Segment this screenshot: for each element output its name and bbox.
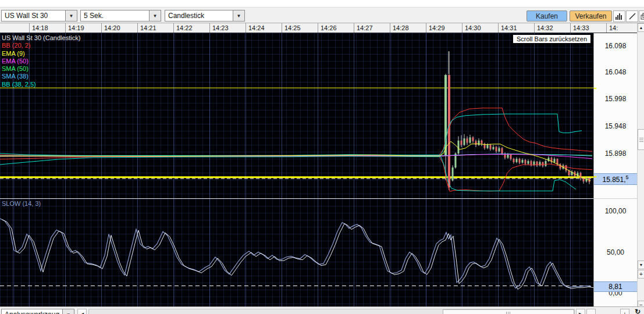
chart-legend: US Wall St 30 (Candlestick)BB (20, 2)EMA… [2,34,80,88]
horizontal-scroll-thumb[interactable] [443,309,574,314]
scroll-left-button[interactable]: ◀ [77,309,87,314]
time-tick: 14:20 [101,23,137,33]
axis-tick-label: 15.898 [594,149,637,158]
time-tick: 14:31 [498,23,534,33]
thumb-grip [639,140,643,140]
stochastic-panel[interactable]: SLOW (14, 3) [0,198,593,306]
stochastic-axis[interactable]: 100,0050,000,008,81 [593,198,637,306]
reset-scrollbars-tooltip: Scroll Bars zurücksetzen [513,34,591,44]
price-axis[interactable]: 16.09816.04815.99815.94815.89815.851,5 [593,33,637,198]
candlestick-chart [0,33,593,198]
thumb-grip [508,312,508,314]
time-tick: 14:26 [318,23,354,33]
legend-item: SMA (38) [2,73,80,80]
scroll-up-button[interactable]: ▲ [638,23,644,32]
legend-item: EMA (50) [2,58,80,65]
zoom-in-button[interactable]: + [638,270,644,279]
time-tick: 14:33 [570,23,606,33]
chevron-down-icon[interactable]: ▼ [65,10,77,21]
stochastic-label: SLOW (14, 3) [2,200,41,207]
time-tick: 14:24 [245,23,282,33]
time-tick: 14:19 [65,23,101,33]
thumb-grip [506,312,507,314]
time-tick: 14:22 [173,23,209,33]
right-arrow-icon: ▶ [579,312,582,314]
axis-tick-label: 16.098 [594,42,637,50]
time-tick: 14:32 [534,23,570,33]
legend-item: BB (20, 2) [2,42,80,49]
legend-item: US Wall St 30 (Candlestick) [2,34,80,42]
time-tick: 14:29 [426,23,462,33]
windows-icon [641,13,644,20]
time-tick: 14:28 [390,23,426,33]
minus-icon: − [589,311,593,314]
bottom-bar: Analysewerkzeug ▼ ◀ ▶ − + ↻ [0,306,644,314]
chart-type-dropdown[interactable]: Candlestick ▼ [165,10,245,22]
scroll-right-button[interactable]: ▶ [576,309,585,314]
plus-icon: + [623,311,627,314]
draw-line-icon[interactable] [626,10,638,22]
hzoom-in-button[interactable]: + [620,309,629,314]
main-chart-panel[interactable]: US Wall St 30 (Candlestick)BB (20, 2)EMA… [0,33,593,198]
toolbar: US Wall St 30 ▼ 5 Sek. ▼ Candlestick ▼ K… [0,7,644,23]
reset-view-icon[interactable]: ↻ [635,308,643,314]
plus-icon: + [639,271,643,277]
up-arrow-icon: ▲ [639,26,643,30]
time-tick: 14:18 [29,23,65,33]
vertical-scroll-thumb[interactable] [638,129,644,150]
time-tick: 14:27 [354,23,390,33]
axis-tick-label: 15.998 [594,95,637,103]
axis-tick-label: 15.948 [594,122,637,130]
axis-tick-label: 50,00 [594,248,637,256]
time-axis[interactable]: 14:1814:1914:2014:2114:2214:2314:2414:25… [0,23,637,33]
chevron-down-icon[interactable]: ▼ [62,309,74,314]
current-value-label: 15.851,5 [594,173,637,185]
price-level-notch [594,176,596,177]
analysis-tool-label: Analysewerkzeug [2,311,62,314]
thumb-grip [510,312,510,314]
axis-tick-label: 100,00 [594,207,637,215]
sell-button[interactable]: Verkaufen [570,10,612,22]
chart-type-value: Candlestick [165,12,233,20]
axis-tick-label: 16.048 [594,68,637,76]
instrument-dropdown[interactable]: US Wall St 30 ▼ [1,10,77,22]
interval-value: 5 Sek. [81,12,149,20]
interval-dropdown[interactable]: 5 Sek. ▼ [80,10,161,22]
hzoom-out-button[interactable]: − [586,309,596,314]
current-value-label: 8,81 [594,281,637,292]
time-tick: 14: [606,23,637,33]
indicator-bars-icon[interactable] [613,10,625,22]
price-level-notch [594,88,596,89]
popout-window-icon[interactable] [639,10,644,22]
left-arrow-icon: ◀ [80,312,84,314]
vertical-scrollbar[interactable]: ▲ ▼ + − [637,23,644,306]
chevron-down-icon[interactable]: ▼ [149,10,161,21]
pencil-icon [629,13,636,20]
trading-chart-window: US Wall St 30 ▼ 5 Sek. ▼ Candlestick ▼ K… [0,0,644,314]
time-tick: 14:21 [137,23,173,33]
analysis-tool-dropdown[interactable]: Analysewerkzeug ▼ [1,309,74,314]
time-tick: 14:30 [462,23,498,33]
bars-icon [615,13,623,20]
thumb-grip [639,138,643,138]
time-tick: 14:25 [282,23,318,33]
legend-item: SMA (50) [2,65,80,73]
chevron-down-icon[interactable]: ▼ [233,10,244,21]
stochastic-chart [0,199,593,307]
thumb-grip [639,141,643,142]
down-arrow-icon: ▼ [639,263,643,267]
instrument-value: US Wall St 30 [2,12,65,20]
time-tick: 14:23 [209,23,245,33]
horizontal-scroll-track[interactable] [88,309,575,314]
buy-button[interactable]: Kaufen [526,10,567,22]
legend-item: BB (38, 2,5) [2,81,80,88]
scroll-down-button[interactable]: ▼ [638,261,644,269]
legend-item: EMA (9) [2,50,80,58]
